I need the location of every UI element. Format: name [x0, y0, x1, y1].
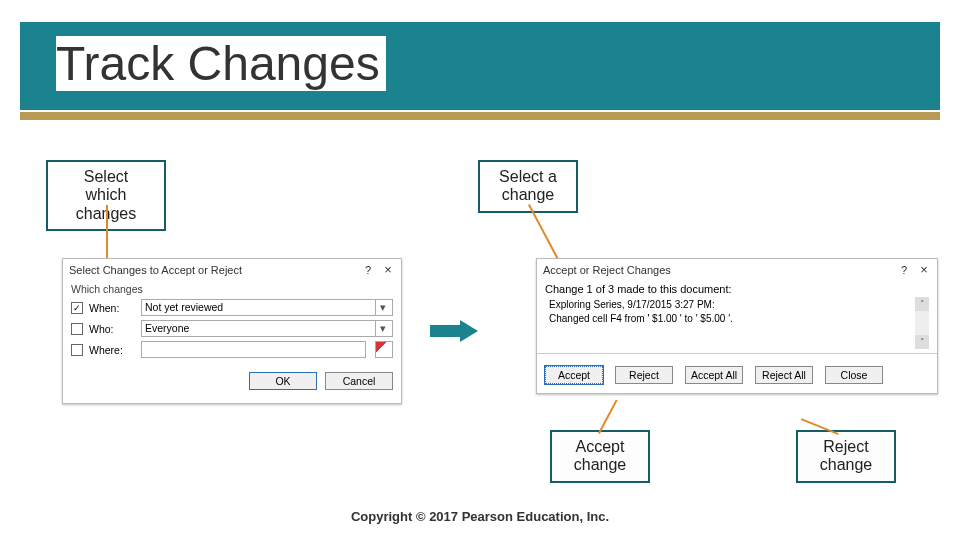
change-detail: Changed cell F4 from ' $1.00 ' to ' $5.0… — [549, 313, 911, 324]
dialog-select-changes: Select Changes to Accept or Reject ? × W… — [62, 258, 402, 404]
cancel-button[interactable]: Cancel — [325, 372, 393, 390]
dialog-titlebar: Accept or Reject Changes ? × — [537, 259, 937, 279]
accept-all-button[interactable]: Accept All — [685, 366, 743, 384]
row-where: Where: — [71, 341, 393, 358]
change-author-line: Exploring Series, 9/17/2015 3:27 PM: — [549, 299, 911, 310]
dialog-titlebar: Select Changes to Accept or Reject ? × — [63, 259, 401, 279]
accent-rule — [20, 112, 940, 120]
reject-all-button[interactable]: Reject All — [755, 366, 813, 384]
divider — [537, 353, 937, 354]
callout-reject: Reject change — [796, 430, 896, 483]
dialog-accept-reject: Accept or Reject Changes ? × Change 1 of… — [536, 258, 938, 394]
input-where[interactable] — [141, 341, 366, 358]
dropdown-when[interactable]: Not yet reviewed ▾ — [141, 299, 393, 316]
chevron-down-icon: ▾ — [375, 321, 389, 336]
group-label: Which changes — [71, 283, 393, 295]
label-where: Where: — [89, 344, 135, 356]
row-when: ✓ When: Not yet reviewed ▾ — [71, 299, 393, 316]
checkbox-who[interactable] — [71, 323, 83, 335]
dropdown-value: Not yet reviewed — [145, 300, 223, 315]
copyright: Copyright © 2017 Pearson Education, Inc. — [0, 509, 960, 524]
pointer-line — [598, 399, 618, 433]
label-who: Who: — [89, 323, 135, 335]
accept-button[interactable]: Accept — [545, 366, 603, 384]
page-title: Track Changes — [56, 36, 386, 91]
close-button[interactable]: Close — [825, 366, 883, 384]
flow-arrow — [430, 320, 480, 342]
reject-button[interactable]: Reject — [615, 366, 673, 384]
close-icon[interactable]: × — [381, 263, 395, 277]
dialog-title: Accept or Reject Changes — [543, 264, 671, 276]
dropdown-who[interactable]: Everyone ▾ — [141, 320, 393, 337]
checkbox-where[interactable] — [71, 344, 83, 356]
help-icon[interactable]: ? — [897, 263, 911, 277]
scroll-up-icon[interactable]: ˄ — [915, 297, 929, 311]
dropdown-value: Everyone — [145, 321, 189, 336]
close-icon[interactable]: × — [917, 263, 931, 277]
checkbox-when[interactable]: ✓ — [71, 302, 83, 314]
scroll-down-icon[interactable]: ˅ — [915, 335, 929, 349]
help-icon[interactable]: ? — [361, 263, 375, 277]
range-picker-icon[interactable] — [375, 341, 393, 358]
change-list: Exploring Series, 9/17/2015 3:27 PM: Cha… — [545, 297, 929, 349]
callout-accept: Accept change — [550, 430, 650, 483]
label-when: When: — [89, 302, 135, 314]
ok-button[interactable]: OK — [249, 372, 317, 390]
change-summary: Change 1 of 3 made to this document: — [545, 283, 929, 295]
dialog-title: Select Changes to Accept or Reject — [69, 264, 242, 276]
row-who: Who: Everyone ▾ — [71, 320, 393, 337]
chevron-down-icon: ▾ — [375, 300, 389, 315]
